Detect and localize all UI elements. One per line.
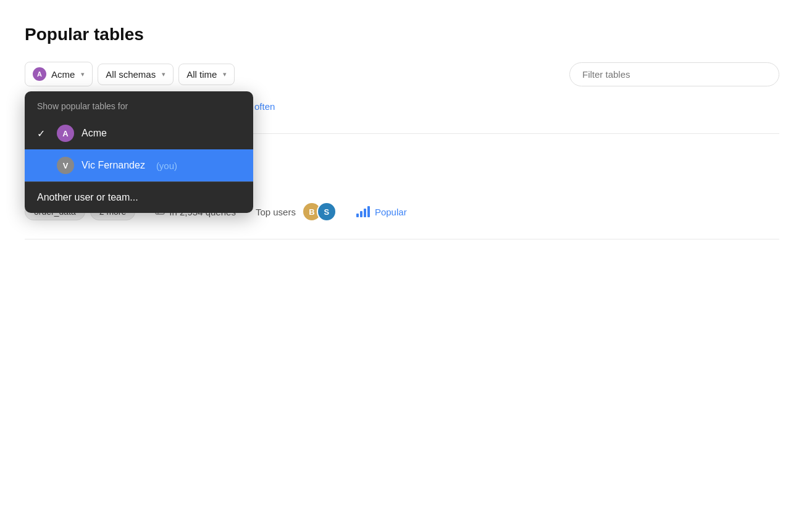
vic-avatar: V (57, 157, 74, 174)
org-avatar: A (33, 67, 46, 81)
org-dropdown: Show popular tables for ✓ A Acme ✓ V Vic… (25, 91, 253, 213)
dropdown-item-vic[interactable]: ✓ V Vic Fernandez (you) (25, 149, 253, 181)
check-icon: ✓ (37, 128, 49, 139)
org-chevron-icon: ▾ (81, 70, 85, 78)
org-filter-button[interactable]: A Acme ▾ (25, 62, 93, 86)
page-wrapper: Popular tables A Acme ▾ Show popular tab… (0, 0, 804, 239)
time-label: All time (186, 69, 217, 80)
schemas-chevron-icon: ▾ (162, 70, 165, 78)
filter-tables-input[interactable] (569, 62, 779, 86)
schemas-label: All schemas (106, 69, 156, 80)
bar-icon-orders (356, 206, 370, 217)
filter-input-wrapper (569, 62, 779, 86)
you-label: (you) (156, 160, 177, 171)
usage-label-orders: Popular (375, 207, 407, 217)
usage-orders: Popular (356, 206, 407, 217)
org-label: Acme (51, 69, 75, 80)
avatar-orders-1: S (317, 202, 337, 222)
page-title: Popular tables (25, 25, 779, 44)
dropdown-item-another[interactable]: Another user or team... (25, 182, 253, 213)
vic-label: Vic Fernandez (82, 160, 145, 171)
org-filter-container: A Acme ▾ Show popular tables for ✓ A Acm… (25, 62, 93, 86)
another-label: Another user or team... (37, 192, 138, 203)
dropdown-header: Show popular tables for (25, 91, 253, 117)
acme-avatar: A (57, 125, 74, 142)
schemas-filter-button[interactable]: All schemas ▾ (98, 64, 174, 85)
time-filter-button[interactable]: All time ▾ (178, 64, 235, 85)
top-users-label-orders: Top users (256, 207, 296, 217)
acme-label: Acme (82, 128, 107, 139)
top-users-orders: Top users B S (256, 202, 337, 222)
user-avatars-orders: B S (302, 202, 337, 222)
dropdown-item-acme[interactable]: ✓ A Acme (25, 117, 253, 149)
time-chevron-icon: ▾ (223, 70, 227, 78)
filter-row: A Acme ▾ Show popular tables for ✓ A Acm… (25, 62, 779, 86)
